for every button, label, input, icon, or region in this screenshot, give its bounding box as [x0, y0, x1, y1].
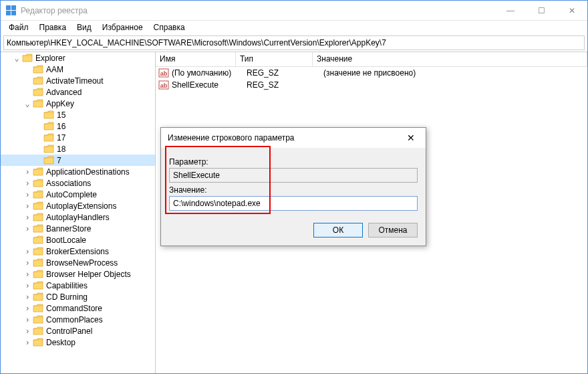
cell-type: REG_SZ: [247, 68, 323, 78]
cancel-button[interactable]: Отмена: [368, 223, 418, 238]
folder-icon: [33, 213, 43, 222]
tree-item-associations[interactable]: ›Associations: [1, 177, 155, 189]
tree-item-bannerstore[interactable]: ›BannerStore: [1, 223, 155, 234]
tree-item-applicationdestinations[interactable]: ›ApplicationDestinations: [1, 166, 155, 177]
tree-label: AutoplayExtensions: [46, 201, 116, 211]
menu-правка[interactable]: Правка: [34, 21, 72, 33]
tree-item-controlpanel[interactable]: ›ControlPanel: [1, 325, 155, 337]
tree-item-appkey[interactable]: ⌄AppKey: [1, 98, 155, 109]
expand-icon[interactable]: ›: [22, 326, 33, 336]
expand-icon[interactable]: ›: [22, 190, 33, 199]
cell-name: (По умолчанию): [172, 68, 247, 78]
tree-item-brokerextensions[interactable]: ›BrokerExtensions: [1, 246, 155, 257]
menu-справка[interactable]: Справка: [148, 21, 190, 33]
tree-item-autoplayextensions[interactable]: ›AutoplayExtensions: [1, 200, 155, 211]
tree-item-browser-helper-objects[interactable]: ›Browser Helper Objects: [1, 268, 155, 280]
tree-label: Associations: [46, 179, 91, 188]
tree-label: Explorer: [35, 54, 65, 63]
address-text: Компьютер\HKEY_LOCAL_MACHINE\SOFTWARE\Mi…: [7, 38, 386, 48]
tree-label: BrokerExtensions: [46, 247, 109, 256]
dialog-close-button[interactable]: ✕: [403, 130, 419, 146]
tree-label: BootLocale: [46, 236, 86, 245]
tree-item-autoplayhandlers[interactable]: ›AutoplayHandlers: [1, 211, 155, 223]
tree-item-commonplaces[interactable]: ›CommonPlaces: [1, 314, 155, 325]
expand-icon[interactable]: ›: [22, 258, 33, 268]
list-row[interactable]: ab(По умолчанию)REG_SZ(значение не присв…: [156, 67, 587, 79]
folder-icon: [33, 167, 43, 177]
folder-icon: [33, 338, 43, 347]
tree-label: 7: [57, 156, 61, 165]
app-icon: [6, 5, 17, 16]
tree-item-cd-burning[interactable]: ›CD Burning: [1, 291, 155, 302]
col-type[interactable]: Тип: [236, 52, 313, 66]
expand-icon[interactable]: ›: [22, 201, 33, 211]
expand-icon[interactable]: ›: [22, 179, 33, 188]
tree-item-explorer[interactable]: ⌄Explorer: [1, 52, 155, 64]
value-input[interactable]: [169, 196, 418, 211]
tree-item-7[interactable]: ·7: [1, 155, 155, 166]
menu-избранное[interactable]: Избранное: [97, 21, 148, 33]
tree-label: Capabilities: [46, 281, 88, 290]
tree-item-17[interactable]: ·17: [1, 132, 155, 143]
tree-label: BannerStore: [46, 224, 91, 233]
expand-icon[interactable]: ›: [22, 315, 33, 324]
tree-view[interactable]: ⌄Explorer·AAM·ActivateTimeout·Advanced⌄A…: [1, 52, 156, 373]
folder-icon: [33, 179, 43, 188]
collapse-icon[interactable]: ⌄: [11, 54, 22, 63]
ok-button[interactable]: ОК: [313, 223, 363, 238]
menu-вид[interactable]: Вид: [71, 21, 97, 33]
folder-icon: [33, 224, 43, 233]
tree-label: AutoplayHandlers: [46, 213, 110, 222]
tree-item-activatetimeout[interactable]: ·ActivateTimeout: [1, 75, 155, 86]
tree-label: 18: [57, 145, 65, 154]
folder-icon: [22, 54, 33, 63]
folder-icon: [33, 65, 43, 74]
folder-icon: [43, 156, 54, 165]
address-bar[interactable]: Компьютер\HKEY_LOCAL_MACHINE\SOFTWARE\Mi…: [3, 35, 585, 50]
expand-icon[interactable]: ›: [22, 167, 33, 177]
tree-label: CD Burning: [46, 292, 88, 302]
list-row[interactable]: abShellExecuteREG_SZ: [156, 79, 587, 91]
param-field: ShellExecute: [169, 168, 418, 183]
folder-icon: [33, 88, 43, 97]
tree-item-desktop[interactable]: ›Desktop: [1, 337, 155, 348]
tree-item-16[interactable]: ·16: [1, 120, 155, 132]
svg-text:ab: ab: [160, 82, 168, 89]
expand-icon[interactable]: ›: [22, 292, 33, 302]
tree-label: AutoComplete: [46, 190, 97, 199]
svg-text:ab: ab: [160, 70, 168, 77]
tree-item-aam[interactable]: ·AAM: [1, 64, 155, 75]
expand-icon[interactable]: ›: [22, 281, 33, 290]
tree-label: ActivateTimeout: [46, 76, 104, 86]
tree-item-capabilities[interactable]: ›Capabilities: [1, 280, 155, 291]
expand-icon[interactable]: ›: [22, 224, 33, 233]
menu-файл[interactable]: Файл: [3, 21, 34, 33]
tree-item-commandstore[interactable]: ›CommandStore: [1, 302, 155, 314]
col-name[interactable]: Имя: [156, 52, 236, 66]
tree-item-browsenewprocess[interactable]: ›BrowseNewProcess: [1, 257, 155, 268]
expand-icon[interactable]: ›: [22, 338, 33, 347]
folder-icon: [33, 258, 43, 268]
expand-icon[interactable]: ›: [22, 304, 33, 313]
col-value[interactable]: Значение: [313, 52, 587, 66]
tree-label: Desktop: [46, 338, 76, 347]
tree-item-bootlocale[interactable]: ·BootLocale: [1, 234, 155, 246]
param-label: Параметр:: [169, 157, 418, 167]
tree-item-15[interactable]: ·15: [1, 109, 155, 120]
tree-item-advanced[interactable]: ·Advanced: [1, 86, 155, 98]
maximize-button[interactable]: ☐: [526, 1, 557, 21]
tree-label: 15: [57, 110, 65, 120]
folder-icon: [33, 236, 43, 245]
value-label: Значение:: [169, 185, 418, 195]
close-button[interactable]: ✕: [557, 1, 587, 21]
tree-item-autocomplete[interactable]: ›AutoComplete: [1, 189, 155, 200]
expand-icon[interactable]: ›: [22, 247, 33, 256]
expand-icon[interactable]: ›: [22, 270, 33, 279]
edit-string-dialog: Изменение строкового параметра ✕ Парамет…: [160, 127, 426, 246]
minimize-button[interactable]: —: [495, 1, 526, 21]
expand-icon[interactable]: ›: [22, 213, 33, 222]
collapse-icon[interactable]: ⌄: [22, 99, 33, 108]
cell-name: ShellExecute: [172, 80, 247, 90]
tree-label: BrowseNewProcess: [46, 258, 118, 268]
tree-item-18[interactable]: ·18: [1, 143, 155, 155]
